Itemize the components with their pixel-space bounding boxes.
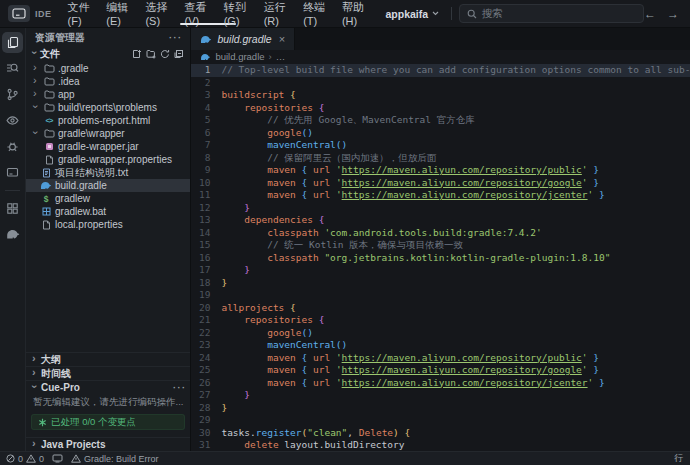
code-line-16[interactable]: 16 classpath "org.jetbrains.kotlin:kotli… <box>191 252 690 265</box>
menu-item-1[interactable]: 编辑(E) <box>99 0 138 27</box>
tab-build-gradle[interactable]: build.gradle × <box>191 28 295 50</box>
tree-item-.gradle[interactable]: .gradle <box>26 62 190 75</box>
refresh-icon[interactable] <box>160 49 170 59</box>
line-number: 30 <box>191 427 221 440</box>
error-icon <box>6 454 15 463</box>
line-number: 31 <box>191 439 221 451</box>
line-number: 8 <box>191 152 221 165</box>
code-line-17[interactable]: 17 } <box>191 264 690 277</box>
tree-item-build.gradle[interactable]: build.gradle <box>26 179 190 192</box>
code-line-21[interactable]: 21 repositories { <box>191 314 690 327</box>
cursor-position[interactable]: 行 <box>674 452 684 465</box>
code-line-24[interactable]: 24 maven { url 'https://maven.aliyun.com… <box>191 352 690 365</box>
console-status-icon[interactable] <box>52 454 63 463</box>
code-line-28[interactable]: 28} <box>191 402 690 415</box>
back-button[interactable]: ← <box>644 7 656 21</box>
error-count: 0 <box>18 454 23 464</box>
code-area[interactable]: 1// Top-level build file where you can a… <box>191 63 690 451</box>
tree-item-gradlew.bat[interactable]: gradlew.bat <box>26 205 190 218</box>
search-placeholder: 搜索 <box>482 7 503 21</box>
gradle-panel-icon[interactable] <box>2 224 23 245</box>
line-text: } <box>221 389 690 402</box>
console-icon[interactable] <box>2 162 23 183</box>
code-line-22[interactable]: 22 google() <box>191 327 690 340</box>
code-line-23[interactable]: 23 mavenCentral() <box>191 339 690 352</box>
menu-item-5[interactable]: 运行(R) <box>257 0 297 27</box>
menu-item-7[interactable]: 帮助(H) <box>335 0 375 27</box>
tree-item-problems-report.html[interactable]: <>problems-report.html <box>26 114 190 127</box>
menu-item-2[interactable]: 选择(S) <box>138 0 177 27</box>
code-line-30[interactable]: 30tasks.register("clean", Delete) { <box>191 427 690 440</box>
preview-eye-icon[interactable] <box>2 110 23 131</box>
cuepro-section[interactable]: Cue-Pro ··· <box>26 380 190 394</box>
code-line-4[interactable]: 4 repositories { <box>191 102 690 115</box>
outline-label: 大纲 <box>41 353 61 367</box>
tree-item-gradle-wrapper.properties[interactable]: gradle-wrapper.properties <box>26 153 190 166</box>
project-picker[interactable]: appkaifa <box>380 5 444 23</box>
menu-item-6[interactable]: 终端(T) <box>296 0 335 27</box>
code-line-1[interactable]: 1// Top-level build file where you can a… <box>191 64 690 77</box>
line-text: repositories { <box>221 314 690 327</box>
more-actions-icon[interactable]: ··· <box>169 33 183 43</box>
tree-item-gradle-wrapper.jar[interactable]: gradle-wrapper.jar <box>26 140 190 153</box>
menu-item-4[interactable]: 转到(G) <box>217 0 257 27</box>
code-line-25[interactable]: 25 maven { url 'https://maven.aliyun.com… <box>191 364 690 377</box>
problems-indicator[interactable]: 0 0 <box>6 454 44 464</box>
extensions-icon[interactable] <box>2 198 23 219</box>
tree-item-local.properties[interactable]: local.properties <box>26 218 190 231</box>
tree-item-.idea[interactable]: .idea <box>26 75 190 88</box>
code-line-7[interactable]: 7 mavenCentral() <box>191 139 690 152</box>
java-projects-section[interactable]: Java Projects <box>26 437 190 451</box>
code-line-5[interactable]: 5 // 优先用 Google、MavenCentral 官方仓库 <box>191 114 690 127</box>
code-line-19[interactable]: 19 <box>191 289 690 302</box>
code-line-8[interactable]: 8 // 保留阿里云（国内加速），但放后面 <box>191 152 690 165</box>
code-line-3[interactable]: 3buildscript { <box>191 89 690 102</box>
code-line-13[interactable]: 13 dependencies { <box>191 214 690 227</box>
debug-bug-icon[interactable] <box>2 136 23 157</box>
forward-button[interactable]: → <box>667 7 679 21</box>
code-line-15[interactable]: 15 // 统一 Kotlin 版本，确保与项目依赖一致 <box>191 239 690 252</box>
timeline-section[interactable]: 时间线 <box>26 366 190 380</box>
tree-item-build-reports-problems[interactable]: build\reports\problems <box>26 101 190 114</box>
menu-item-0[interactable]: 文件(F) <box>61 0 100 27</box>
new-folder-icon[interactable] <box>146 49 156 59</box>
changes-processed-badge[interactable]: 已处理 0/0 个变更点 <box>31 414 185 430</box>
code-line-6[interactable]: 6 google() <box>191 127 690 140</box>
source-control-icon[interactable] <box>2 84 23 105</box>
code-line-31[interactable]: 31 delete layout.buildDirectory <box>191 439 690 451</box>
breadcrumb[interactable]: build.gradle › … <box>191 50 690 63</box>
line-text: buildscript { <box>221 89 690 102</box>
gradle-build-error[interactable]: Gradle: Build Error <box>71 454 159 464</box>
code-line-20[interactable]: 20allprojects { <box>191 302 690 315</box>
collapse-all-icon[interactable] <box>174 49 184 59</box>
code-line-18[interactable]: 18} <box>191 277 690 290</box>
line-number: 18 <box>191 277 221 290</box>
cuepro-hint: 暂无编辑建议，请先进行编码操作... <box>26 394 190 411</box>
code-line-2[interactable]: 2 <box>191 77 690 90</box>
tree-item--.txt[interactable]: 项目结构说明.txt <box>26 166 190 179</box>
code-line-26[interactable]: 26 maven { url 'https://maven.aliyun.com… <box>191 377 690 390</box>
tree-item-gradlew[interactable]: $gradlew <box>26 192 190 205</box>
explorer-icon[interactable] <box>2 32 23 53</box>
folder-icon <box>43 103 55 112</box>
code-line-14[interactable]: 14 classpath 'com.android.tools.build:gr… <box>191 227 690 240</box>
search-input[interactable]: 搜索 <box>459 4 644 23</box>
code-line-27[interactable]: 27 } <box>191 389 690 402</box>
more-actions-icon[interactable]: ··· <box>173 383 187 393</box>
tree-item-app[interactable]: app <box>26 88 190 101</box>
outline-section[interactable]: 大纲 <box>26 352 190 366</box>
line-text: mavenCentral() <box>221 139 690 152</box>
explorer-header: 资源管理器 ··· <box>26 28 190 47</box>
code-line-12[interactable]: 12 } <box>191 202 690 215</box>
menu-item-3[interactable]: 查看(V) <box>178 0 217 27</box>
tree-item-gradle-wrapper[interactable]: gradle\wrapper <box>26 127 190 140</box>
search-panel-icon[interactable] <box>2 58 23 79</box>
tree-item-label: app <box>58 89 75 100</box>
code-line-9[interactable]: 9 maven { url 'https://maven.aliyun.com/… <box>191 164 690 177</box>
code-line-29[interactable]: 29 <box>191 414 690 427</box>
close-icon[interactable]: × <box>279 34 285 45</box>
files-section-header[interactable]: 文件 <box>26 47 190 61</box>
new-file-icon[interactable] <box>132 49 142 59</box>
code-line-10[interactable]: 10 maven { url 'https://maven.aliyun.com… <box>191 177 690 190</box>
code-line-11[interactable]: 11 maven { url 'https://maven.aliyun.com… <box>191 189 690 202</box>
